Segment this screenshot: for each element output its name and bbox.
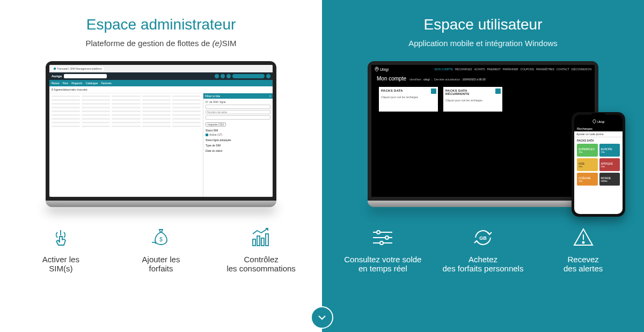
avatar[interactable] — [266, 74, 270, 78]
card-title: RÉCURRENTS — [445, 92, 470, 95]
plan-tile[interactable]: EUROPE1Go — [599, 144, 620, 157]
nav-item[interactable]: ACHATS — [474, 68, 485, 71]
admin-subtitle-suffix: SIM — [222, 39, 237, 48]
plan-tile[interactable]: OCÉANIE1Go — [577, 173, 598, 186]
ubigi-logo: Ubigi — [375, 67, 389, 72]
nav-item[interactable]: COUPONS — [521, 68, 534, 71]
admin-title: Espace administrateur — [86, 16, 236, 33]
topbar-icon[interactable] — [221, 74, 225, 78]
import-csv-button[interactable]: Importer CSV — [206, 122, 226, 127]
plan-tile[interactable]: MONDE500Mo — [599, 173, 620, 186]
alert-icon — [572, 226, 595, 249]
feature-label: Contrôlez — [244, 255, 279, 264]
feature-label: Activer les — [42, 255, 79, 264]
ubigi-brand-text: Ubigi — [380, 68, 389, 71]
svg-point-7 — [377, 231, 380, 234]
svg-point-11 — [380, 241, 383, 245]
nav-item[interactable]: MON COMPTE — [435, 68, 453, 71]
packs-data-card[interactable]: PACKS DATA Cliquez pour voir les recharg… — [379, 87, 438, 112]
card-hint: Cliquez pour voir les recharges — [445, 99, 500, 102]
filter-section-line: Statut ligne prépayée — [206, 138, 270, 142]
status-active-label: Active (17) — [209, 133, 222, 136]
browser-tab[interactable]: Transatel | SIM Management-platform — [52, 67, 104, 71]
data-refresh-icon: GB — [471, 226, 495, 249]
nav-item[interactable]: PARRAINER — [503, 68, 518, 71]
admin-features: Activer lesSIM(s) $ Ajouter lesforfaits — [11, 226, 311, 273]
search-input[interactable] — [64, 74, 107, 78]
card-hint: Cliquez pour voir les recharges — [381, 95, 436, 99]
phone-page-title: Recharges — [574, 126, 623, 131]
admin-subtitle: Plateforme de gestion de flottes de (e)S… — [86, 39, 237, 48]
scroll-down-button[interactable] — [311, 306, 333, 329]
plan-tile[interactable]: AFRIQUE1Go — [599, 158, 620, 171]
user-features: Consultez votre soldeen temps réel GB Ac… — [333, 226, 633, 273]
nav-item[interactable]: CONTACT — [557, 68, 569, 71]
phone-section-label: PACKS DATA — [577, 139, 620, 142]
bar-chart-icon — [250, 226, 273, 249]
feature-label: Achetez — [469, 255, 497, 264]
plan-tiles: SUPERFLEX1Go EUROPE1Go ASIE1Go AFRIQUE1G… — [577, 144, 620, 186]
admin-subtitle-prefix: Plateforme de gestion de flottes de — [86, 39, 213, 48]
topbar-icon[interactable] — [215, 74, 219, 78]
filter-input-extra[interactable] — [206, 115, 270, 120]
account-title: Mon compte — [377, 76, 406, 82]
money-bag-icon: $ — [149, 226, 173, 249]
plan-tile[interactable]: SUPERFLEX1Go — [577, 144, 598, 157]
feature-label: en temps réel — [358, 264, 407, 273]
ubigi-header: Ubigi MON COMPTE RECHARGES ACHATS PAIEME… — [371, 65, 595, 73]
feature-add-plans: $ Ajouter lesforfaits — [118, 226, 204, 273]
feature-label: des forfaits personnels — [443, 264, 524, 273]
filter-title-text: Filtrer la liste — [205, 94, 220, 98]
svg-rect-2 — [257, 236, 260, 246]
svg-rect-1 — [253, 239, 255, 246]
svg-rect-3 — [261, 238, 264, 246]
filter-header: Filtrer la liste × — [203, 93, 273, 99]
data-table — [49, 93, 203, 197]
feature-label: Consultez votre solde — [344, 255, 421, 264]
svg-rect-4 — [266, 234, 268, 246]
feature-check-balance: Consultez votre soldeen temps réel — [340, 226, 426, 273]
account-header: Mon compte Identifiant : ubigi | Dernièr… — [371, 73, 595, 84]
checkbox-icon — [206, 134, 208, 136]
admin-panel: Espace administrateur Plateforme de gest… — [0, 0, 322, 332]
tab-favicon — [54, 68, 56, 70]
admin-subtitle-em: (e) — [212, 39, 222, 48]
results-count: 0 lignes/abonnés trouvés — [49, 86, 273, 93]
phone-brand: Ubigi — [574, 115, 623, 126]
phone-brand-text: Ubigi — [597, 120, 605, 123]
expand-icon[interactable] — [431, 88, 436, 94]
packs-data-recurrent-card[interactable]: PACKS DATARÉCURRENTS Cliquez pour voir l… — [443, 87, 502, 112]
nav-item-factures[interactable]: Factures — [101, 82, 111, 85]
feature-buy-plans: GB Achetezdes forfaits personnels — [440, 226, 526, 273]
topbar-icon[interactable] — [226, 74, 231, 78]
nav-item-rapports[interactable]: Rapports — [71, 82, 82, 85]
tap-icon — [49, 226, 72, 249]
feature-monitor-usage: Contrôlezles consommations — [218, 226, 304, 273]
user-subtitle: Application mobile et intégration Window… — [408, 39, 558, 48]
nav-item[interactable]: DÉCONNEXION — [572, 68, 591, 71]
nav-item[interactable]: RECHARGES — [455, 68, 472, 71]
feature-activate-sim: Activer lesSIM(s) — [18, 226, 104, 273]
feature-label: Recevez — [567, 255, 598, 264]
nav-item[interactable]: PARAMÈTRES — [536, 68, 554, 71]
id-label: Identifiant : — [409, 78, 422, 81]
expand-icon[interactable] — [495, 88, 501, 94]
filter-input-type[interactable] — [206, 105, 270, 109]
filter-label: N° de SIM / ligne — [206, 100, 270, 104]
profile-pill[interactable] — [232, 74, 265, 78]
promo-input[interactable]: Ajouter un code promo — [574, 131, 623, 137]
user-title: Espace utilisateur — [423, 16, 542, 33]
close-icon[interactable]: × — [269, 94, 271, 98]
filter-input-serial[interactable]: Numéro de série — [206, 110, 270, 114]
browser-tabs: Transatel | SIM Management-platform — [49, 65, 273, 72]
nav-item-catalogue[interactable]: Catalogue — [86, 82, 98, 85]
nav-item[interactable]: PAIEMENT — [487, 68, 501, 71]
nav-item-parc[interactable]: Parc — [63, 82, 68, 85]
plan-tile[interactable]: ASIE1Go — [577, 158, 598, 171]
feature-label: des alertes — [564, 264, 603, 273]
ubigi-nav: MON COMPTE RECHARGES ACHATS PAIEMENT PAR… — [435, 68, 591, 71]
svg-point-14 — [582, 242, 584, 244]
admin-topbar: Auriga — [49, 72, 273, 80]
nav-back[interactable]: Retour — [52, 82, 60, 85]
status-active-checkbox[interactable]: Active (17) — [206, 133, 270, 136]
